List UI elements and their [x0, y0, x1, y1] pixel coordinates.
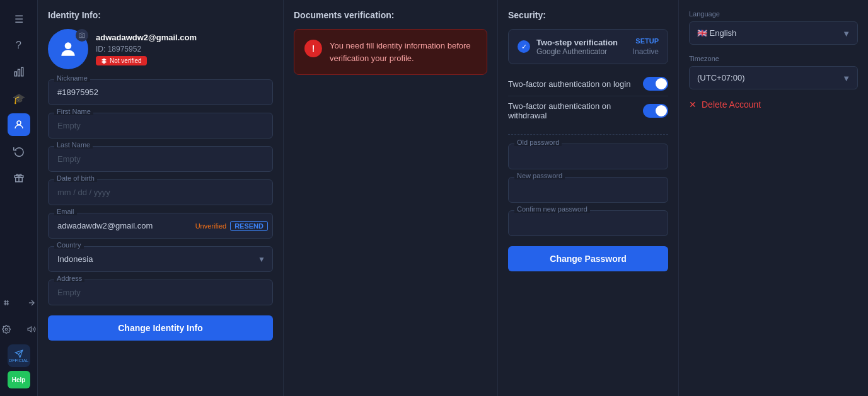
- last-name-label: Last Name: [54, 141, 93, 149]
- confirm-password-label: Confirm new password: [514, 205, 590, 213]
- official-button[interactable]: OFFICIAL: [8, 344, 30, 367]
- tfa-withdraw-label: Two-factor authentication on withdrawal: [508, 101, 643, 120]
- delete-account-row[interactable]: ✕ Delete Account: [689, 99, 858, 110]
- two-step-subtitle: Google Authenticator: [536, 47, 618, 56]
- first-name-label: First Name: [54, 108, 93, 115]
- nickname-field: Nickname: [48, 79, 273, 105]
- settings-column: Language 🇬🇧 English 🇮🇩 Indonesian 🇨🇳 Chi…: [679, 0, 868, 396]
- unverified-tag: Unverified: [195, 222, 227, 230]
- user-id: ID: 18975952: [96, 45, 197, 54]
- email-field: Email Unverified RESEND: [48, 213, 273, 239]
- email-label: Email: [54, 208, 77, 215]
- new-password-field: New password: [508, 177, 668, 203]
- svg-rect-1: [18, 69, 20, 76]
- language-select-wrapper: 🇬🇧 English 🇮🇩 Indonesian 🇨🇳 Chinese ▼: [689, 21, 858, 45]
- language-group: Language 🇬🇧 English 🇮🇩 Indonesian 🇨🇳 Chi…: [689, 10, 858, 45]
- refresh-icon[interactable]: [8, 140, 30, 162]
- two-step-right: SETUP Inactive: [633, 37, 659, 56]
- check-circle-icon: ✓: [518, 40, 530, 53]
- svg-point-11: [5, 328, 8, 331]
- old-password-label: Old password: [514, 139, 562, 146]
- documents-column: Documents verification: ! You need fill …: [284, 0, 498, 396]
- move-icon[interactable]: [0, 291, 18, 314]
- graduation-icon[interactable]: 🎓: [8, 87, 30, 110]
- language-label: Language: [689, 10, 858, 18]
- documents-title: Documents verification:: [294, 10, 487, 20]
- tfa-login-label: Two-factor authentication on login: [508, 79, 630, 89]
- first-name-input[interactable]: [48, 113, 273, 139]
- two-step-left: ✓ Two-step verification Google Authentic…: [518, 38, 618, 56]
- address-label: Address: [54, 274, 84, 282]
- svg-rect-2: [21, 67, 23, 76]
- sidebar-row-bottom: [0, 291, 43, 314]
- divider: [508, 134, 668, 135]
- language-select[interactable]: 🇬🇧 English 🇮🇩 Indonesian 🇨🇳 Chinese: [689, 21, 858, 45]
- timezone-select[interactable]: (UTC+07:00) (UTC+00:00) (UTC+08:00): [689, 66, 858, 89]
- country-select-wrapper: Indonesia United States Malaysia ▼: [48, 246, 273, 272]
- dob-input[interactable]: [48, 179, 273, 205]
- old-password-field: Old password: [508, 144, 668, 169]
- timezone-label: Timezone: [689, 55, 858, 62]
- password-section: Old password New password Confirm new pa…: [508, 144, 668, 271]
- inactive-label: Inactive: [633, 47, 659, 56]
- two-step-title: Two-step verification: [536, 38, 618, 47]
- change-password-button[interactable]: Change Password: [508, 246, 668, 271]
- sidebar-bottom: OFFICIAL Help: [0, 291, 43, 388]
- sidebar-row-settings: [0, 318, 43, 341]
- nickname-input[interactable]: [48, 79, 273, 105]
- svg-marker-12: [28, 327, 31, 332]
- user-email: adwadawdw2@gmail.com: [96, 33, 197, 42]
- documents-warning: ! You need fill identity information bef…: [294, 29, 487, 75]
- timezone-group: Timezone (UTC+07:00) (UTC+00:00) (UTC+08…: [689, 55, 858, 89]
- avatar-wrapper: [48, 29, 88, 69]
- svg-point-16: [81, 35, 83, 37]
- gift-icon[interactable]: [8, 166, 30, 189]
- timezone-select-wrapper: (UTC+07:00) (UTC+00:00) (UTC+08:00) ▼: [689, 66, 858, 89]
- not-verified-badge: Not verified: [96, 56, 147, 65]
- new-password-label: New password: [514, 172, 565, 179]
- first-name-field: First Name: [48, 113, 273, 139]
- avatar-area: adwadawdw2@gmail.com ID: 18975952 Not ve…: [48, 29, 273, 69]
- dob-field: Date of birth: [48, 179, 273, 205]
- question-icon[interactable]: ?: [8, 34, 30, 57]
- settings-icon[interactable]: [0, 318, 18, 341]
- setup-link[interactable]: SETUP: [635, 37, 659, 45]
- last-name-field: Last Name: [48, 146, 273, 172]
- camera-icon[interactable]: [76, 29, 88, 42]
- avatar-info: adwadawdw2@gmail.com ID: 18975952 Not ve…: [96, 33, 197, 65]
- chart-icon[interactable]: [8, 60, 30, 83]
- security-title: Security:: [508, 10, 668, 20]
- confirm-password-input[interactable]: [508, 210, 668, 236]
- svg-point-3: [17, 121, 21, 125]
- address-field: Address: [48, 280, 273, 305]
- svg-rect-0: [14, 72, 16, 76]
- old-password-input[interactable]: [508, 144, 668, 169]
- change-identity-button[interactable]: Change Identity Info: [48, 315, 273, 341]
- sidebar: ☰ ? 🎓: [0, 0, 38, 396]
- country-field: Country Indonesia United States Malaysia…: [48, 246, 273, 272]
- resend-button[interactable]: RESEND: [230, 221, 268, 231]
- tfa-login-row: Two-factor authentication on login: [508, 72, 668, 96]
- menu-icon[interactable]: ☰: [8, 8, 30, 30]
- documents-warning-text: You need fill identity information befor…: [330, 40, 477, 64]
- svg-point-15: [65, 42, 72, 49]
- two-step-row: ✓ Two-step verification Google Authentic…: [508, 29, 668, 64]
- identity-column: Identity Info: adwadawdw2@gmail.com: [38, 0, 284, 396]
- last-name-input[interactable]: [48, 146, 273, 172]
- new-password-input[interactable]: [508, 177, 668, 203]
- tfa-withdraw-toggle[interactable]: [643, 104, 668, 118]
- confirm-password-field: Confirm new password: [508, 210, 668, 236]
- email-badges: Unverified RESEND: [195, 221, 268, 231]
- email-field-wrapper: Unverified RESEND: [48, 213, 273, 239]
- nickname-label: Nickname: [54, 74, 90, 82]
- security-column: Security: ✓ Two-step verification Google…: [498, 0, 679, 396]
- tfa-withdraw-row: Two-factor authentication on withdrawal: [508, 96, 668, 125]
- main-content: Identity Info: adwadawdw2@gmail.com: [38, 0, 868, 396]
- help-button[interactable]: Help: [8, 371, 30, 388]
- user-icon[interactable]: [8, 113, 30, 136]
- delete-x-icon: ✕: [689, 99, 697, 110]
- two-step-text: Two-step verification Google Authenticat…: [536, 38, 618, 56]
- tfa-login-toggle[interactable]: [643, 77, 668, 91]
- country-select[interactable]: Indonesia United States Malaysia: [48, 246, 273, 272]
- address-input[interactable]: [48, 280, 273, 305]
